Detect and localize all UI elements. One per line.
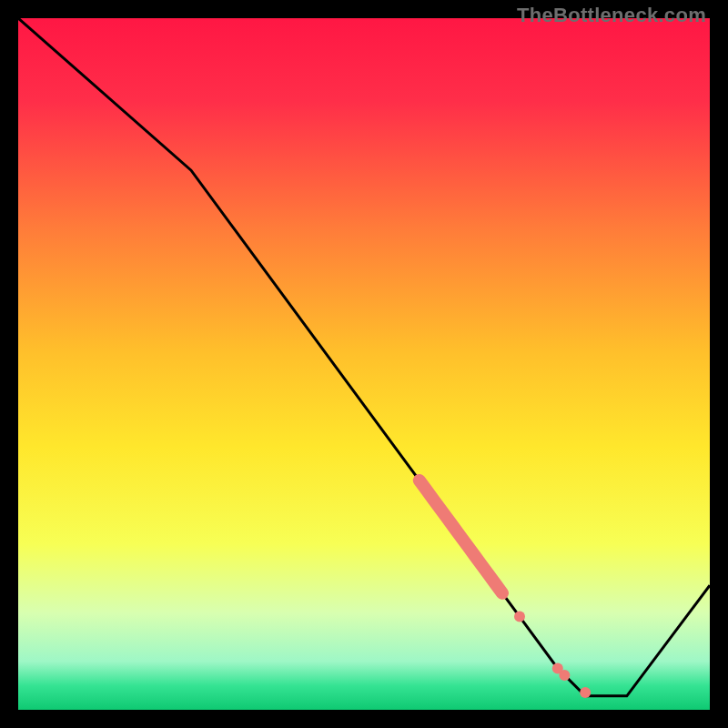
highlight-point [559,670,570,681]
highlight-point [580,687,591,698]
bottleneck-chart [18,18,710,710]
highlight-point [514,611,525,622]
chart-background [18,18,710,710]
watermark-text: TheBottleneck.com [517,4,706,27]
